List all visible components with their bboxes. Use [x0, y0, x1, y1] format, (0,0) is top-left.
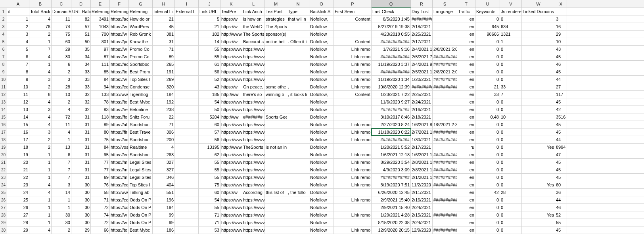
- cell[interactable]: 55: [199, 166, 220, 173]
- cell[interactable]: 0: [475, 98, 500, 106]
- cell[interactable]: [287, 31, 309, 38]
- cell[interactable]: , the follo: [287, 189, 309, 196]
- cell[interactable]: Link remo: [334, 136, 372, 143]
- cell[interactable]: 0: [500, 61, 522, 68]
- cell[interactable]: en: [457, 15, 475, 23]
- cell[interactable]: 0: [475, 121, 500, 128]
- cell[interactable]: 5: [199, 15, 220, 23]
- cell[interactable]: [287, 53, 309, 60]
- cell[interactable]: https://fo: [110, 113, 129, 121]
- cell[interactable]: ############: [433, 181, 457, 188]
- cell[interactable]: 31: [71, 159, 91, 166]
- cell[interactable]: 18: [7, 144, 29, 151]
- cell[interactable]: https://www.thespc: [220, 204, 242, 211]
- cell[interactable]: [265, 226, 287, 234]
- row-header[interactable]: 18: [0, 136, 7, 143]
- cell[interactable]: 44: [555, 76, 567, 83]
- col-header-K[interactable]: K: [220, 0, 242, 8]
- header-cell[interactable]: Backlink S: [309, 8, 334, 15]
- cell[interactable]: 30: [71, 196, 91, 203]
- cell[interactable]: Legal Sites: [129, 166, 153, 173]
- cell[interactable]: 0: [500, 226, 522, 234]
- cell[interactable]: [175, 174, 199, 181]
- cell[interactable]: 3: [29, 76, 52, 83]
- cell[interactable]: https://w: [110, 23, 129, 30]
- header-cell[interactable]: TextPost: [265, 8, 287, 15]
- cell[interactable]: 3: [555, 15, 567, 23]
- cell[interactable]: 97: [91, 46, 110, 53]
- cell[interactable]: https://m: [110, 159, 129, 166]
- cell[interactable]: [175, 226, 199, 234]
- cell[interactable]: 43: [199, 83, 220, 90]
- cell[interactable]: https://w: [110, 46, 129, 53]
- cell[interactable]: 0: [500, 151, 522, 158]
- cell[interactable]: Nofollow: [309, 166, 334, 173]
- cell[interactable]: https://to: [110, 226, 129, 234]
- cell[interactable]: 1: [52, 136, 71, 143]
- col-header-I[interactable]: I: [175, 0, 199, 8]
- cell[interactable]: en: [457, 106, 475, 113]
- cell[interactable]: ############: [372, 53, 411, 60]
- cell[interactable]: [522, 68, 555, 75]
- cell[interactable]: 111: [91, 61, 110, 68]
- cell[interactable]: 10: [7, 83, 29, 90]
- cell[interactable]: 4: [29, 53, 52, 60]
- cell[interactable]: 36: [555, 189, 567, 196]
- cell[interactable]: 74: [52, 23, 71, 30]
- cell[interactable]: TheSports: [242, 144, 265, 151]
- row-header[interactable]: 23: [0, 174, 7, 181]
- cell[interactable]: https://www.thespc: [242, 129, 265, 136]
- cell[interactable]: ############: [433, 166, 457, 173]
- cell[interactable]: Nofollow: [309, 219, 334, 226]
- cell[interactable]: https://www.thespc: [242, 211, 265, 219]
- col-header-M[interactable]: M: [265, 0, 287, 8]
- cell[interactable]: 2/4/2021 9:19: [411, 61, 433, 68]
- cell[interactable]: [265, 181, 287, 188]
- cell[interactable]: 191: [153, 68, 175, 75]
- cell[interactable]: https://www.thespc: [242, 61, 265, 68]
- cell[interactable]: ############: [372, 68, 411, 75]
- cell[interactable]: http://vos: [110, 144, 129, 151]
- cell[interactable]: 0: [500, 204, 522, 211]
- header-cell[interactable]: Js rendere: [500, 8, 522, 15]
- cell[interactable]: 1/23/2021 7:22: [372, 91, 411, 98]
- header-cell[interactable]: Internal Li: [153, 8, 175, 15]
- cell[interactable]: [522, 219, 555, 226]
- cell[interactable]: ############: [433, 76, 457, 83]
- cell[interactable]: [522, 226, 555, 234]
- cell[interactable]: 42: [475, 189, 500, 196]
- cell[interactable]: Link remo: [334, 61, 372, 68]
- row-header[interactable]: 5: [0, 38, 7, 45]
- cell[interactable]: 11/19/2020 3:37: [372, 61, 411, 68]
- cell[interactable]: Nofollow: [309, 211, 334, 219]
- cell[interactable]: [175, 15, 199, 23]
- cell[interactable]: 20: [7, 159, 29, 166]
- cell[interactable]: 2/9/2021 15:40: [372, 196, 411, 203]
- cell[interactable]: 32: [71, 98, 91, 106]
- cell[interactable]: [522, 83, 555, 90]
- cell[interactable]: 7: [52, 174, 71, 181]
- cell[interactable]: http://ww: [110, 189, 129, 196]
- cell[interactable]: Nofollow: [309, 204, 334, 211]
- cell[interactable]: Link remo: [334, 196, 372, 203]
- header-cell[interactable]: Link URL: [199, 8, 220, 15]
- header-cell[interactable]: Referring: [91, 8, 110, 15]
- cell[interactable]: 45: [555, 98, 567, 106]
- cell[interactable]: 45: [555, 174, 567, 181]
- cell[interactable]: 8/29/2020 3:54: [372, 159, 411, 166]
- cell[interactable]: 2/5/2021 12:31: [411, 68, 433, 75]
- cell[interactable]: 66: [91, 226, 110, 234]
- cell[interactable]: en: [457, 219, 475, 226]
- cell[interactable]: Know the: [129, 38, 153, 45]
- cell[interactable]: [175, 113, 199, 121]
- cell[interactable]: 71: [153, 46, 175, 53]
- cell[interactable]: [175, 151, 199, 158]
- cell[interactable]: [433, 15, 457, 23]
- cell[interactable]: 31: [71, 144, 91, 151]
- cell[interactable]: Realtime: [129, 144, 153, 151]
- header-cell[interactable]: Referring: [110, 8, 129, 15]
- cell[interactable]: 54: [199, 196, 220, 203]
- cell[interactable]: ############: [433, 129, 457, 136]
- cell[interactable]: 0: [475, 196, 500, 203]
- col-header-W[interactable]: W: [522, 0, 555, 8]
